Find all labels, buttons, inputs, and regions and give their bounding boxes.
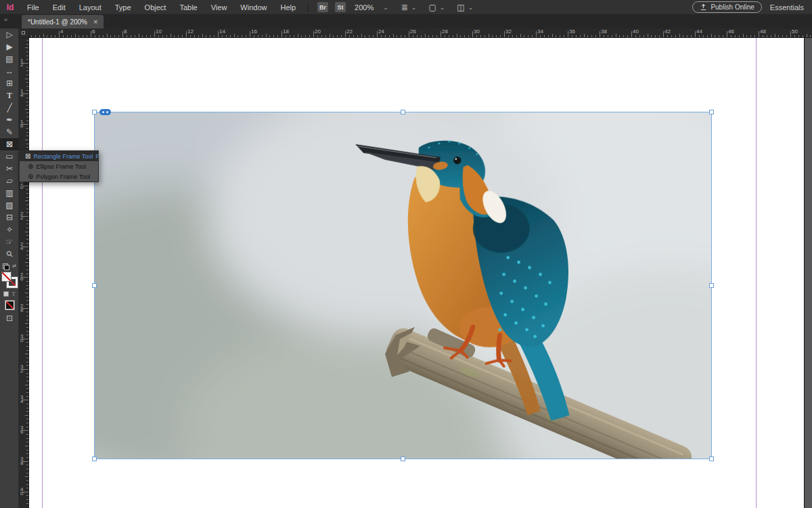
formatting-affects-container-button[interactable] (3, 291, 9, 297)
free-transform-tool-icon: ▱ (6, 177, 12, 185)
content-collector-tool-icon: ⊞ (6, 79, 13, 87)
menu-type[interactable]: Type (108, 3, 138, 12)
selection-handle-bottom-left[interactable] (92, 457, 97, 461)
menubar: Id File Edit Layout Type Object Table Vi… (0, 0, 812, 15)
flyout-item-rectangle-frame-tool[interactable]: ⊠ Rectangle Frame Tool F (20, 151, 98, 161)
menu-view[interactable]: View (204, 3, 234, 12)
gradient-feather-tool[interactable]: ▨ (0, 199, 19, 211)
vertical-ruler[interactable]: 121416182022242628303234363840 (19, 38, 29, 508)
bridge-button[interactable]: Br (317, 2, 328, 12)
screen-mode-dropdown[interactable]: ▢ ⌄ (428, 3, 445, 12)
menu-help[interactable]: Help (273, 3, 302, 12)
workspace-switcher[interactable]: Essentials (770, 3, 804, 12)
gradient-swatch-tool-icon: ▥ (5, 189, 13, 197)
menu-table[interactable]: Table (173, 3, 204, 12)
horizontal-ruler[interactable]: 4681012141618202224262830323436384042444… (29, 28, 812, 38)
free-transform-tool[interactable]: ▱ (0, 175, 19, 187)
main-menu: File Edit Layout Type Object Table View … (20, 3, 302, 12)
note-tool[interactable]: ⊟ (0, 211, 19, 224)
swap-fill-stroke-icon[interactable]: ⇄ (12, 263, 16, 269)
view-options-dropdown[interactable]: ≣ ⌄ (401, 3, 417, 12)
selection-handle-middle-left[interactable] (92, 283, 97, 288)
ruler-origin-corner[interactable] (19, 28, 29, 38)
flyout-item-polygon-frame-tool[interactable]: ⊛ Polygon Frame Tool (20, 171, 98, 182)
gradient-feather-tool-icon: ▨ (5, 201, 13, 209)
apply-none-button[interactable] (5, 300, 15, 310)
screen-mode-icon: ▢ (428, 3, 436, 12)
default-fill-stroke-icon[interactable] (3, 263, 8, 269)
fill-stroke-swatches[interactable] (1, 272, 18, 288)
line-tool[interactable]: ╱ (0, 102, 19, 114)
rectangle-frame-tool[interactable]: ⊠ (0, 138, 19, 150)
rectangle-tool[interactable]: ▭ (0, 150, 19, 163)
stock-button[interactable]: St (335, 2, 346, 12)
placed-image-frame[interactable] (94, 112, 712, 459)
publish-online-button[interactable]: Publish Online (692, 1, 761, 13)
selection-handle-top-right[interactable] (709, 110, 714, 114)
color-theme-tool[interactable]: ✧ (0, 224, 19, 236)
hand-tool-icon: ☞ (6, 238, 14, 246)
tools-panel: ▷▶▤↔⊞T╱✒✎⊠▭✂▱▥▨⊟✧☞⚲ ⇄ T ⊡ (0, 28, 19, 508)
pen-tool[interactable]: ✒ (0, 114, 19, 126)
menu-layout[interactable]: Layout (72, 3, 108, 12)
view-options-icon: ≣ (401, 3, 408, 12)
chevron-down-icon: ⌄ (468, 4, 474, 11)
menu-object[interactable]: Object (138, 3, 173, 12)
pencil-tool[interactable]: ✎ (0, 126, 19, 138)
arrange-documents-dropdown[interactable]: ◫ ⌄ (457, 3, 473, 12)
page-tool-icon: ▤ (5, 55, 13, 63)
page-tool[interactable]: ▤ (0, 53, 19, 65)
frame-link-badge[interactable] (99, 109, 111, 115)
tool-panel-overflow-icon[interactable]: » (4, 16, 7, 23)
zoom-level-value: 200% (355, 3, 374, 12)
toolbar-screen-mode-button[interactable]: ⊡ (0, 312, 19, 324)
direct-selection-tool-icon: ▶ (6, 43, 12, 51)
arrange-documents-icon: ◫ (457, 3, 464, 12)
flyout-item-label: Rectangle Frame Tool (33, 153, 93, 160)
rectangle-frame-icon: ⊠ (25, 153, 30, 160)
pen-tool-icon: ✒ (6, 116, 13, 124)
rectangle-frame-tool-icon: ⊠ (6, 140, 13, 148)
ellipse-frame-icon: ⊗ (28, 163, 33, 170)
document-tab-bar: » *Untitled-1 @ 200% × (0, 15, 812, 28)
flyout-item-label: Polygon Frame Tool (36, 173, 90, 180)
scissors-tool-icon: ✂ (6, 165, 13, 173)
scissors-tool[interactable]: ✂ (0, 163, 19, 175)
selection-handle-middle-right[interactable] (709, 283, 714, 288)
pencil-tool-icon: ✎ (6, 128, 13, 136)
hand-tool[interactable]: ☞ (0, 236, 19, 248)
kingfisher-photo (95, 112, 711, 459)
color-controls: ⇄ T ⊡ (0, 262, 19, 324)
fill-swatch[interactable] (1, 272, 12, 282)
tab-close-icon[interactable]: × (93, 18, 97, 26)
content-collector-tool[interactable]: ⊞ (0, 77, 19, 89)
selection-tool[interactable]: ▷ (0, 28, 19, 41)
flyout-item-ellipse-frame-tool[interactable]: ⊗ Ellipse Frame Tool (20, 161, 98, 171)
type-tool-icon: T (7, 91, 12, 100)
pasteboard (805, 38, 812, 508)
gap-tool[interactable]: ↔ (0, 65, 19, 77)
publish-online-label: Publish Online (710, 3, 754, 11)
menu-edit[interactable]: Edit (46, 3, 72, 12)
direct-selection-tool[interactable]: ▶ (0, 41, 19, 53)
formatting-affects-text-button[interactable]: T (12, 291, 16, 297)
menu-file[interactable]: File (20, 3, 46, 12)
margin-guide-right (756, 38, 757, 508)
zoom-tool[interactable]: ⚲ (0, 248, 19, 260)
document-tab[interactable]: *Untitled-1 @ 200% × (22, 15, 104, 28)
selection-handle-top-left[interactable] (92, 110, 97, 114)
selection-handle-bottom-right[interactable] (709, 457, 714, 461)
selection-handle-top-middle[interactable] (401, 110, 405, 114)
frame-tool-flyout: ⊠ Rectangle Frame Tool F ⊗ Ellipse Frame… (19, 150, 99, 182)
flyout-item-label: Ellipse Frame Tool (36, 163, 86, 170)
zoom-level-select[interactable]: 200% ⌄ (355, 3, 388, 12)
rectangle-tool-icon: ▭ (5, 152, 13, 161)
type-tool[interactable]: T (0, 89, 19, 102)
indesign-logo-icon: Id (0, 3, 20, 12)
selection-handle-bottom-middle[interactable] (401, 457, 405, 461)
screen-mode-icon: ⊡ (6, 314, 13, 322)
chevron-down-icon: ⌄ (383, 4, 388, 11)
gradient-swatch-tool[interactable]: ▥ (0, 187, 19, 199)
menu-window[interactable]: Window (233, 3, 273, 12)
document-canvas[interactable] (29, 38, 812, 508)
